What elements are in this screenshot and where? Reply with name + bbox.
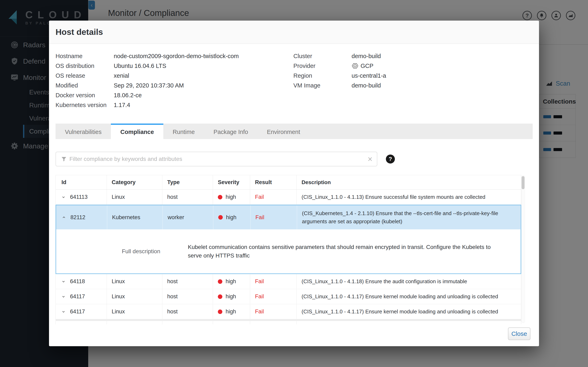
- info-value: demo-build: [352, 82, 381, 89]
- info-value: demo-build: [352, 53, 381, 59]
- cell-id: 64117: [70, 309, 85, 315]
- column-header-result[interactable]: Result: [250, 175, 297, 189]
- modal-header: Host details: [49, 21, 539, 44]
- tab-runtime[interactable]: Runtime: [163, 124, 204, 139]
- cell-result: Fail: [250, 274, 297, 289]
- column-header-severity[interactable]: Severity: [213, 175, 250, 189]
- cell-type: host: [162, 190, 213, 205]
- cell-category: Linux: [107, 274, 162, 289]
- app-root: CLOUD BY PALO ALTO Radars Defend: [0, 0, 588, 367]
- cell-result: Fail: [250, 304, 297, 319]
- cell-severity: high: [226, 309, 236, 315]
- cell-result: Fail: [250, 289, 297, 304]
- cell-type: host: [162, 304, 213, 319]
- info-value: Ubuntu 16.04.6 LTS: [114, 63, 166, 69]
- full-description-label: Full description: [56, 248, 160, 255]
- cell-category: Kubernetes: [107, 205, 163, 229]
- host-info-right: Clusterdemo-build Provider GCP Regionus-…: [293, 51, 386, 90]
- tab-compliance[interactable]: Compliance: [111, 124, 163, 139]
- column-header-type[interactable]: Type: [162, 175, 213, 189]
- modal-title: Host details: [56, 27, 103, 37]
- info-value: GCP: [352, 62, 373, 69]
- host-info-left: Hostnamenode-custom2009-sgordon-demo-twi…: [56, 51, 239, 110]
- info-label: Docker version: [56, 92, 114, 99]
- table-row[interactable]: 64118 Linux host high Fail (CIS_Linux_1.…: [56, 274, 521, 289]
- modal-tabs: Vulnerabilities Compliance Runtime Packa…: [56, 124, 533, 139]
- info-value: 1.17.4: [114, 102, 130, 108]
- full-description-text: Kubelet communication contains sensitive…: [188, 243, 494, 260]
- cell-category: Linux: [107, 289, 162, 304]
- chevron-down-icon[interactable]: [61, 310, 66, 314]
- info-value: xenial: [114, 72, 129, 79]
- info-label: Provider: [293, 63, 352, 69]
- table-row-partial: [56, 321, 521, 324]
- filter-help-icon[interactable]: ?: [386, 155, 395, 164]
- cell-id: 64117: [70, 293, 85, 300]
- severity-dot-icon: [218, 294, 222, 299]
- cell-category: Linux: [107, 304, 162, 319]
- cell-type: host: [162, 289, 213, 304]
- provider-value: GCP: [361, 63, 373, 69]
- cell-type: worker: [163, 205, 213, 229]
- filter-box: ×: [56, 152, 377, 166]
- cell-severity: high: [226, 293, 236, 300]
- cell-result: Fail: [251, 205, 297, 229]
- filter-funnel-icon: [61, 156, 67, 162]
- tab-environment[interactable]: Environment: [258, 124, 310, 139]
- horizontal-scrollbar[interactable]: [56, 319, 521, 321]
- cell-id: 641113: [70, 194, 87, 200]
- cell-result: Fail: [250, 190, 297, 205]
- cell-id: 64118: [70, 278, 85, 285]
- chevron-up-icon[interactable]: [62, 215, 66, 219]
- expanded-row-block: 82112 Kubernetes worker high Fail (CIS_K…: [56, 205, 521, 274]
- info-label: VM Image: [293, 82, 352, 89]
- info-label: OS distribution: [56, 63, 114, 69]
- vertical-scrollbar[interactable]: [521, 175, 525, 323]
- chevron-down-icon[interactable]: [61, 295, 66, 299]
- cell-severity: high: [226, 278, 236, 285]
- info-label: Modified: [56, 82, 114, 89]
- cell-severity: high: [226, 214, 236, 221]
- info-label: Hostname: [56, 53, 114, 59]
- cell-description: (CIS_Linux_1.1.0 - 4.1.17) Ensure kernel…: [297, 289, 521, 304]
- info-value: node-custom2009-sgordon-demo-twistlock-c…: [114, 53, 239, 59]
- column-header-description[interactable]: Description: [297, 175, 521, 189]
- info-label: Kubernetes version: [56, 102, 114, 108]
- compliance-filter-input[interactable]: [69, 156, 368, 162]
- cell-description: (CIS_Linux_1.1.0 - 4.1.18) Ensure the au…: [297, 274, 521, 289]
- info-label: Region: [293, 72, 352, 79]
- cell-type: host: [162, 274, 213, 289]
- severity-dot-icon: [218, 195, 222, 200]
- chevron-down-icon[interactable]: [61, 280, 66, 284]
- cell-description: (CIS_Linux_1.1.0 - 4.1.13) Ensure succes…: [297, 190, 521, 205]
- cell-description: (CIS_Kubernetes_1.4 - 2.1.10) Ensure tha…: [302, 209, 520, 225]
- column-header-category[interactable]: Category: [107, 175, 162, 189]
- chevron-down-icon[interactable]: [61, 195, 66, 199]
- cell-description: (CIS_Linux_1.1.0 - 4.1.17) Ensure kernel…: [297, 304, 521, 319]
- cell-severity: high: [226, 194, 236, 200]
- info-label: Cluster: [293, 53, 352, 59]
- severity-dot-icon: [218, 279, 222, 284]
- severity-dot-icon: [218, 215, 223, 220]
- gcp-provider-icon: [352, 62, 359, 69]
- severity-dot-icon: [218, 309, 222, 314]
- table-row[interactable]: 64117 Linux host high Fail (CIS_Linux_1.…: [56, 304, 521, 319]
- info-value: 18.06.2-ce: [114, 92, 142, 99]
- table-row[interactable]: 641113 Linux host high Fail (CIS_Linux_1…: [56, 190, 521, 205]
- full-description-section: Full description Kubelet communication c…: [56, 229, 521, 273]
- clear-filter-icon[interactable]: ×: [368, 155, 372, 163]
- compliance-table: Id Category Type Severity Result Descrip…: [56, 175, 533, 324]
- close-button[interactable]: Close: [508, 327, 530, 340]
- column-header-id[interactable]: Id: [56, 175, 107, 189]
- host-details-modal: Host details Hostnamenode-custom2009-sgo…: [49, 21, 539, 346]
- table-header: Id Category Type Severity Result Descrip…: [56, 175, 521, 190]
- table-row-expanded[interactable]: 82112 Kubernetes worker high Fail (CIS_K…: [56, 205, 521, 229]
- table-row[interactable]: 64117 Linux host high Fail (CIS_Linux_1.…: [56, 289, 521, 304]
- cell-category: Linux: [107, 190, 162, 205]
- scrollbar-thumb[interactable]: [522, 176, 525, 189]
- modal-footer: [49, 324, 539, 346]
- tab-vulnerabilities[interactable]: Vulnerabilities: [56, 124, 111, 139]
- tab-package-info[interactable]: Package Info: [204, 124, 258, 139]
- info-value: Sep 29, 2020 10:37:30 AM: [114, 82, 184, 89]
- filter-row: × ?: [56, 152, 395, 166]
